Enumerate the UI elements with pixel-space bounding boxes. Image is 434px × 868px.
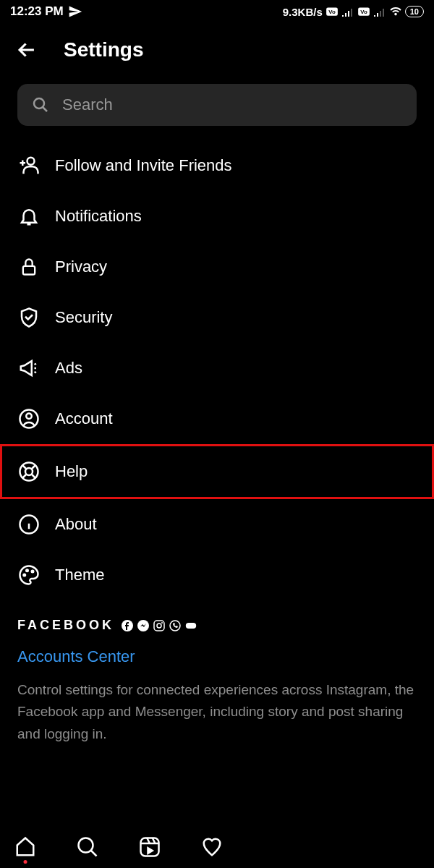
search-input[interactable] <box>62 95 402 114</box>
nav-search[interactable] <box>77 836 98 858</box>
settings-menu: Follow and Invite Friends Notifications … <box>0 126 434 600</box>
bell-icon <box>17 205 41 228</box>
menu-item-ads[interactable]: Ads <box>0 343 434 393</box>
whatsapp-icon <box>169 620 181 631</box>
svg-point-13 <box>26 570 28 572</box>
shield-icon <box>17 306 41 329</box>
svg-text:Vo: Vo <box>328 9 336 15</box>
info-icon <box>17 513 41 536</box>
header: Settings <box>0 23 434 84</box>
svg-rect-6 <box>23 266 35 275</box>
svg-point-22 <box>79 838 93 853</box>
accounts-description: Control settings for connected experienc… <box>17 679 417 745</box>
person-circle-icon <box>17 407 41 430</box>
svg-point-8 <box>26 414 32 420</box>
nav-activity[interactable] <box>201 836 223 858</box>
add-person-icon <box>17 154 41 177</box>
volte-icon-1: Vo <box>326 5 339 18</box>
menu-label: About <box>55 515 97 534</box>
menu-item-theme[interactable]: Theme <box>0 550 434 600</box>
menu-label: Ads <box>55 359 82 378</box>
notification-dot-icon <box>24 860 27 864</box>
search-icon <box>32 96 49 114</box>
menu-label: Follow and Invite Friends <box>55 156 232 175</box>
battery-icon: 10 <box>405 6 424 17</box>
wifi-icon <box>389 5 402 18</box>
lifebuoy-icon <box>17 460 41 483</box>
menu-item-notifications[interactable]: Notifications <box>0 191 434 242</box>
svg-point-5 <box>27 158 35 165</box>
menu-item-follow[interactable]: Follow and Invite Friends <box>0 140 434 191</box>
menu-label: Privacy <box>55 258 107 276</box>
menu-label: Account <box>55 409 113 428</box>
svg-point-19 <box>161 622 163 624</box>
menu-item-security[interactable]: Security <box>0 292 434 343</box>
back-arrow-icon[interactable] <box>14 38 39 62</box>
megaphone-icon <box>17 357 41 380</box>
status-time: 12:23 PM <box>10 4 64 19</box>
facebook-icon <box>122 620 133 631</box>
status-bar: 12:23 PM 9.3KB/s Vo Vo 10 <box>0 0 434 23</box>
signal-icon-1 <box>341 5 354 18</box>
instagram-icon <box>153 620 165 631</box>
send-icon <box>68 4 82 19</box>
svg-rect-17 <box>154 621 164 631</box>
svg-point-12 <box>24 574 26 576</box>
menu-label: Theme <box>55 566 104 584</box>
lock-icon <box>17 255 41 278</box>
svg-point-18 <box>157 624 161 628</box>
page-title: Settings <box>64 38 143 61</box>
search-box[interactable] <box>17 84 417 126</box>
svg-point-14 <box>32 571 34 573</box>
facebook-label: FACEBOOK <box>17 618 114 633</box>
menu-item-privacy[interactable]: Privacy <box>0 242 434 292</box>
svg-point-4 <box>34 98 44 109</box>
palette-icon <box>17 563 41 587</box>
svg-point-10 <box>25 468 33 475</box>
messenger-icon <box>137 620 149 631</box>
facebook-section: FACEBOOK Accounts Center Control setting… <box>0 600 434 745</box>
menu-item-help[interactable]: Help <box>0 444 434 499</box>
svg-text:Vo: Vo <box>360 9 367 15</box>
menu-label: Notifications <box>55 207 142 226</box>
nav-home[interactable] <box>14 836 36 858</box>
nav-reels[interactable] <box>139 836 161 858</box>
oculus-icon <box>185 620 197 631</box>
bottom-nav <box>0 826 434 868</box>
svg-rect-21 <box>186 623 196 629</box>
menu-label: Security <box>55 308 112 327</box>
menu-label: Help <box>55 462 88 481</box>
network-speed: 9.3KB/s <box>283 6 323 18</box>
signal-icon-2 <box>373 5 386 18</box>
accounts-center-link[interactable]: Accounts Center <box>17 647 417 666</box>
volte-icon-2: Vo <box>357 5 370 18</box>
svg-rect-23 <box>141 838 159 856</box>
menu-item-account[interactable]: Account <box>0 393 434 444</box>
menu-item-about[interactable]: About <box>0 499 434 550</box>
